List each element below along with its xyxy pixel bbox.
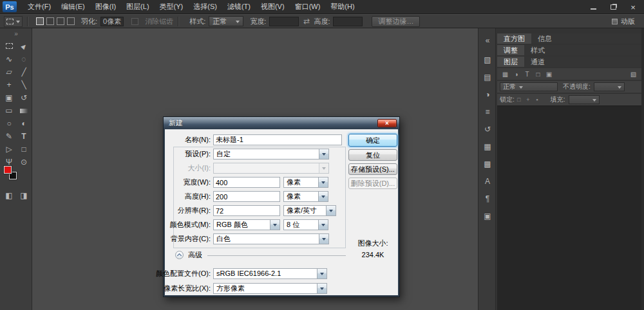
layers-filter-row: ▦ ◑ T □ ▣ ▧ [497, 68, 641, 80]
reset-button[interactable]: 复位 [348, 149, 397, 161]
feather-input[interactable]: 0像素 [100, 17, 124, 26]
resolution-input[interactable] [213, 205, 280, 216]
rectangular-marquee-tool[interactable] [3, 41, 15, 52]
height-input[interactable] [213, 191, 280, 202]
tool-preset-picker[interactable] [4, 16, 23, 27]
refine-edge-button[interactable]: 调整边缘… [372, 16, 420, 27]
fill-select[interactable] [569, 95, 600, 104]
type-tool[interactable]: T [17, 131, 30, 142]
tab-adjustments[interactable]: 调整 [497, 45, 524, 55]
add-to-selection-button[interactable] [46, 17, 54, 25]
expand-panels-icon[interactable]: « [478, 35, 497, 46]
color-profile-label: 颜色配置文件(O): [156, 268, 211, 279]
panel-clone-source-icon[interactable]: ▩ [478, 158, 497, 170]
foreground-color-swatch[interactable] [4, 166, 12, 174]
history-brush-tool[interactable]: ↺ [17, 93, 30, 104]
panel-layer-comps-icon[interactable]: ▣ [478, 210, 497, 222]
width-unit-select[interactable]: 像素 [283, 177, 328, 188]
width-input[interactable] [213, 177, 280, 188]
opacity-select[interactable] [594, 82, 625, 91]
eyedropper-tool[interactable]: ╱ [17, 67, 30, 78]
ok-button[interactable]: 确定 [348, 134, 397, 147]
close-window-button[interactable]: × [629, 3, 638, 12]
resolution-unit-select[interactable]: 像素/英寸 [283, 205, 336, 216]
tab-channels[interactable]: 通道 [524, 57, 551, 67]
filter-toggle-icon[interactable]: ▧ [628, 71, 639, 78]
height-unit-select[interactable]: 像素 [283, 191, 328, 202]
quick-selection-tool[interactable]: ◌ [17, 54, 30, 65]
dodge-tool[interactable]: ◐ [17, 118, 30, 129]
healing-brush-tool[interactable]: + [3, 80, 15, 91]
filter-pixel-layers-icon[interactable]: ▦ [500, 71, 511, 78]
filter-type-layers-icon[interactable]: T [522, 71, 533, 78]
menu-item-file[interactable]: 文件(F) [23, 0, 56, 14]
bit-depth-select[interactable]: 8 位 [283, 219, 328, 230]
color-profile-select[interactable]: sRGB IEC61966-2.1 [213, 268, 327, 279]
lock-position-icon[interactable]: + [524, 96, 533, 103]
name-input[interactable] [213, 134, 342, 145]
brush-tool[interactable]: ╲ [17, 80, 30, 91]
workspace-switcher[interactable]: 动版 [612, 17, 635, 26]
menu-item-filter[interactable]: 滤镜(T) [222, 0, 256, 14]
new-selection-button[interactable] [36, 17, 44, 25]
move-tool[interactable]: ► [17, 41, 30, 52]
preset-select[interactable]: 自定 [213, 149, 329, 160]
subtract-from-selection-button[interactable] [57, 17, 64, 25]
save-preset-button[interactable]: 存储预设(S)... [348, 163, 397, 175]
advanced-collapse-button[interactable] [175, 251, 184, 259]
menu-item-image[interactable]: 图像(I) [90, 0, 121, 14]
screen-mode-button[interactable]: ◨ [17, 190, 30, 201]
menu-item-type[interactable]: 类型(Y) [155, 0, 189, 14]
tab-info[interactable]: 信息 [531, 33, 558, 44]
toolbar-collapse-icon[interactable]: » [0, 30, 32, 37]
lock-all-icon[interactable]: ▪ [533, 96, 542, 103]
filter-smart-objects-icon[interactable]: ▣ [544, 71, 554, 78]
menu-item-window[interactable]: 窗口(W) [290, 0, 326, 14]
panel-brush-icon[interactable]: ▦ [478, 141, 497, 152]
shape-tool[interactable]: □ [17, 144, 30, 155]
style-select[interactable]: 正常 [209, 16, 243, 26]
dialog-close-button[interactable]: × [377, 119, 397, 127]
pixel-aspect-select[interactable]: 方形像素 [213, 283, 327, 294]
dialog-titlebar[interactable]: 新建 × [164, 117, 399, 129]
lasso-tool[interactable]: ∿ [3, 54, 15, 65]
intersect-selection-button[interactable] [67, 17, 75, 25]
panel-color-icon[interactable]: ▧ [478, 54, 497, 66]
crop-tool[interactable]: ▱ [3, 67, 15, 78]
path-selection-tool[interactable]: ▷ [3, 144, 15, 155]
background-contents-select[interactable]: 白色 [213, 233, 329, 244]
swap-dimensions-icon[interactable]: ⇄ [303, 17, 310, 26]
tab-styles[interactable]: 样式 [524, 45, 551, 55]
menu-item-help[interactable]: 帮助(H) [325, 0, 359, 14]
menu-item-edit[interactable]: 编辑(E) [56, 0, 90, 14]
quick-mask-button[interactable]: ◧ [3, 190, 15, 201]
eraser-tool[interactable]: ▭ [3, 105, 15, 116]
blur-tool[interactable]: ○ [3, 118, 15, 129]
panel-adjustments-icon[interactable]: ◑ [478, 89, 497, 100]
menu-item-view[interactable]: 视图(V) [256, 0, 290, 14]
blend-mode-select[interactable]: 正常 [500, 82, 558, 91]
filter-adjustment-layers-icon[interactable]: ◑ [511, 71, 522, 78]
menu-item-select[interactable]: 选择(S) [188, 0, 222, 14]
tab-histogram[interactable]: 直方图 [497, 33, 531, 44]
height-unit-value: 像素 [287, 192, 301, 201]
width-input[interactable] [269, 17, 299, 26]
restore-button[interactable] [609, 3, 618, 12]
clone-stamp-tool[interactable]: ▣ [3, 93, 15, 104]
tab-layers[interactable]: 图层 [497, 57, 524, 67]
antialias-checkbox[interactable] [131, 18, 138, 25]
panel-swatches-icon[interactable]: ▤ [478, 71, 497, 83]
filter-shape-layers-icon[interactable]: □ [533, 71, 544, 78]
minimize-button[interactable] [589, 3, 598, 12]
panel-character-icon[interactable]: A [478, 176, 497, 187]
menu-item-layer[interactable]: 图层(L) [121, 0, 154, 14]
panel-paragraph-icon[interactable]: ¶ [478, 193, 497, 205]
pen-tool[interactable]: ✎ [3, 131, 15, 142]
color-mode-select[interactable]: RGB 颜色 [213, 219, 280, 230]
zoom-tool[interactable]: ⊙ [17, 157, 30, 168]
height-input[interactable] [333, 17, 363, 26]
gradient-tool[interactable] [17, 105, 30, 116]
panel-properties-icon[interactable]: ≡ [478, 106, 497, 118]
panel-history-icon[interactable]: ↺ [478, 123, 497, 135]
lock-transparency-icon[interactable]: □ [515, 96, 524, 103]
